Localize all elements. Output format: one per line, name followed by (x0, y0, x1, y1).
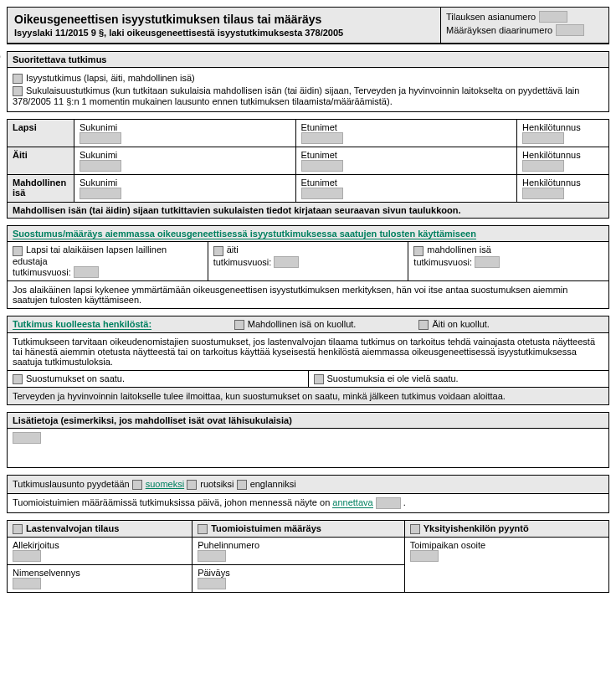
input-tv-lapsi[interactable] (74, 266, 99, 278)
chk-suost-ei[interactable] (314, 374, 324, 384)
section-suoritettava-title: Suoritettava tutkimus (8, 52, 608, 68)
input-lapsi-hetu[interactable] (522, 132, 564, 144)
chk-isa-kuollut[interactable] (234, 320, 244, 330)
section-suoritettava: Suoritettava tutkimus Isyystutkimus (lap… (7, 51, 609, 112)
input-aiti-etunimet[interactable] (301, 160, 343, 172)
row-lapsi: Lapsi (8, 120, 74, 147)
chk-suost-lapsi[interactable] (13, 246, 23, 256)
field-diaari-input[interactable] (556, 24, 584, 36)
input-osoite[interactable] (410, 550, 439, 562)
row-aiti: Äiti (8, 147, 74, 175)
input-isa-sukunimi[interactable] (80, 188, 121, 199)
lbl-sukunimi: Sukunimi (80, 122, 290, 132)
input-paiv[interactable] (198, 578, 226, 589)
input-tv-aiti[interactable] (274, 256, 299, 268)
section-kuollut: Tutkimus kuolleesta henkilöstä: Mahdolli… (7, 316, 609, 405)
input-lapsi-etunimet[interactable] (301, 132, 343, 144)
chk-fi[interactable] (132, 480, 142, 490)
input-isa-etunimet[interactable] (301, 188, 343, 199)
people-footer: Mahdollisen isän (tai äidin) sijaan tutk… (8, 203, 609, 219)
suostumus-title: Suostumus/määräys aiemmassa oikeusgeneet… (13, 229, 476, 239)
chk-aiti-kuollut[interactable] (418, 320, 429, 330)
input-isa-hetu[interactable] (522, 188, 564, 199)
input-tv-isa[interactable] (475, 256, 500, 268)
input-deadline[interactable] (376, 497, 401, 509)
section-suostumus: Suostumus/määräys aiemmassa oikeusgeneet… (7, 225, 609, 308)
chk-en[interactable] (237, 480, 247, 490)
kuollut-body: Tutkimukseen tarvitaan oikeudenomistajie… (8, 333, 608, 370)
input-aiti-sukunimi[interactable] (80, 160, 121, 172)
field-asianumero-input[interactable] (539, 11, 567, 23)
section-lang: Tutkimuslausunto pyydetään suomeksi ruot… (7, 475, 609, 513)
chk-suost-saatu[interactable] (13, 374, 23, 384)
suostumus-note: Jos alaikäinen lapsi kykenee ymmärtämään… (8, 280, 608, 308)
checkbox-isyystutkimus[interactable] (13, 74, 23, 84)
checkbox-sukulaisuus[interactable] (13, 86, 23, 96)
form-subtitle: Isyyslaki 11/2015 9 §, laki oikeusgeneet… (14, 28, 434, 38)
chk-tuomioistuin[interactable] (198, 524, 208, 534)
opt-sukulaisuus: Sukulaisuustutkimus (kun tutkitaan sukul… (13, 85, 579, 106)
input-lapsi-sukunimi[interactable] (80, 132, 121, 144)
chk-yksityis[interactable] (410, 524, 420, 534)
people-table: Lapsi Sukunimi Etunimet Henkilötunnus Äi… (7, 119, 609, 219)
lbl-hetu: Henkilötunnus (522, 122, 603, 132)
kuollut-note: Terveyden ja hyvinvoinnin laitokselle tu… (8, 387, 608, 404)
lbl-etunimet: Etunimet (301, 122, 512, 132)
chk-sv[interactable] (187, 480, 197, 490)
input-nimen[interactable] (13, 578, 41, 589)
chk-suost-isa[interactable] (413, 246, 424, 256)
input-aiti-hetu[interactable] (522, 160, 564, 172)
row-isa: Mahdollinen isä (8, 175, 74, 203)
section-lisatieto: Lisätietoja (esimerkiksi, jos mahdollise… (7, 412, 609, 468)
opt-isyystutkimus: Isyystutkimus (lapsi, äiti, mahdollinen … (26, 73, 195, 83)
header: Oikeusgeneettisen isyystutkimuksen tilau… (8, 8, 608, 44)
input-allek[interactable] (13, 550, 41, 562)
field-diaari-label: Määräyksen diaarinumero (446, 25, 552, 35)
form-title: Oikeusgeneettisen isyystutkimuksen tilau… (14, 13, 434, 26)
input-puh[interactable] (198, 550, 226, 562)
chk-lastenvalvoja[interactable] (13, 524, 23, 534)
chk-suost-aiti[interactable] (213, 246, 223, 256)
field-asianumero-label: Tilauksen asianumero (446, 12, 536, 22)
input-lisatieto[interactable] (13, 432, 41, 444)
signature-table: Lastenvalvojan tilaus Tuomioistuimen mää… (7, 520, 609, 593)
form-container: Oikeusgeneettisen isyystutkimuksen tilau… (7, 7, 609, 44)
